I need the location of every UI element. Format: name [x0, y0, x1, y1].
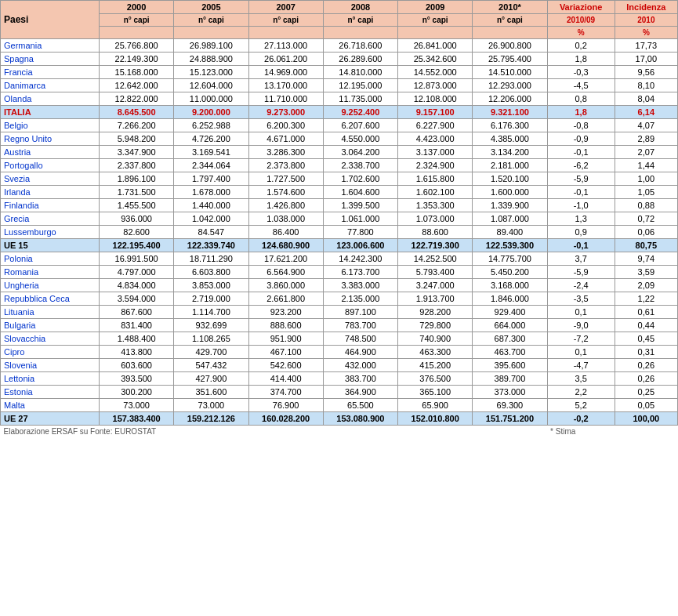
subheader-pct-2008: [323, 27, 397, 39]
val-incidenza: 8,10: [615, 79, 677, 92]
table-row: Danimarca 12.642.000 12.604.000 13.170.0…: [1, 79, 678, 92]
val-2009: 3.137.000: [398, 146, 473, 159]
val-2007: 124.680.900: [248, 239, 323, 252]
val-incidenza: 9,74: [615, 252, 677, 266]
table-row: Belgio 7.266.200 6.252.988 6.200.300 6.2…: [1, 119, 678, 132]
val-2008: 4.550.000: [323, 132, 397, 146]
val-2000: 82.600: [99, 226, 173, 239]
country-name: Grecia: [1, 212, 100, 226]
val-2010: 12.293.000: [473, 79, 547, 92]
val-2008: 897.100: [323, 306, 397, 319]
val-2005: 547.432: [174, 359, 248, 372]
val-incidenza: 1,00: [615, 172, 677, 186]
val-2000: 157.383.400: [99, 412, 173, 426]
val-2007: 3.860.000: [248, 279, 323, 292]
val-2005: 1.042.000: [174, 212, 248, 226]
val-2005: 6.252.988: [174, 119, 248, 132]
header-2007: 2007: [248, 1, 323, 14]
val-2008: 1.702.600: [323, 172, 397, 186]
table-row: Spagna 22.149.300 24.888.900 26.061.200 …: [1, 53, 678, 66]
val-2009: 2.324.900: [398, 159, 473, 172]
val-2009: 729.800: [398, 319, 473, 332]
val-2009: 12.108.000: [398, 92, 473, 106]
val-2005: 427.900: [174, 372, 248, 386]
val-2009: 6.227.900: [398, 119, 473, 132]
val-2010: 89.400: [473, 226, 547, 239]
country-name: Austria: [1, 146, 100, 159]
val-2008: 26.289.600: [323, 53, 397, 66]
val-2010: 1.846.000: [473, 292, 547, 306]
val-2000: 1.455.500: [99, 199, 173, 212]
val-variazione: -0,1: [547, 239, 615, 252]
val-2009: 415.200: [398, 359, 473, 372]
table-row: Polonia 16.991.500 18.711.290 17.621.200…: [1, 252, 678, 266]
val-2008: 153.080.900: [323, 412, 397, 426]
val-2008: 3.383.000: [323, 279, 397, 292]
val-2000: 73.000: [99, 399, 173, 412]
val-2005: 1.797.400: [174, 172, 248, 186]
country-name: Danimarca: [1, 79, 100, 92]
subheader-pct-2007: [248, 27, 323, 39]
val-incidenza: 2,07: [615, 146, 677, 159]
val-incidenza: 0,72: [615, 212, 677, 226]
val-2010: 687.300: [473, 332, 547, 346]
val-2010: 69.300: [473, 399, 547, 412]
val-2008: 748.500: [323, 332, 397, 346]
country-name: Polonia: [1, 252, 100, 266]
val-variazione: -3,5: [547, 292, 615, 306]
val-2008: 2.135.000: [323, 292, 397, 306]
val-2007: 923.200: [248, 306, 323, 319]
val-2010: 2.181.000: [473, 159, 547, 172]
val-incidenza: 2,89: [615, 132, 677, 146]
table-row: UE 15 122.195.400 122.339.740 124.680.90…: [1, 239, 678, 252]
val-2010: 929.400: [473, 306, 547, 319]
country-name: Estonia: [1, 386, 100, 399]
val-incidenza: 0,26: [615, 372, 677, 386]
val-incidenza: 9,56: [615, 66, 677, 79]
subheader-inc-sub: 2010: [615, 14, 677, 27]
val-2000: 831.400: [99, 319, 173, 332]
val-2000: 1.488.400: [99, 332, 173, 346]
val-2007: 888.600: [248, 319, 323, 332]
val-incidenza: 2,09: [615, 279, 677, 292]
val-variazione: -4,7: [547, 359, 615, 372]
val-incidenza: 1,05: [615, 186, 677, 199]
val-2000: 12.642.000: [99, 79, 173, 92]
val-2008: 26.718.600: [323, 39, 397, 53]
val-2000: 4.834.000: [99, 279, 173, 292]
val-2008: 464.900: [323, 346, 397, 359]
country-name: Olanda: [1, 92, 100, 106]
val-2010: 6.176.300: [473, 119, 547, 132]
val-2000: 25.766.800: [99, 39, 173, 53]
val-2000: 122.195.400: [99, 239, 173, 252]
val-2000: 1.896.100: [99, 172, 173, 186]
val-2007: 1.574.600: [248, 186, 323, 199]
val-2007: 9.273.000: [248, 106, 323, 119]
val-2000: 8.645.500: [99, 106, 173, 119]
val-variazione: -0,1: [547, 146, 615, 159]
table-row: Malta 73.000 73.000 76.900 65.500 65.900…: [1, 399, 678, 412]
val-variazione: -0,8: [547, 119, 615, 132]
val-2005: 932.699: [174, 319, 248, 332]
val-2008: 12.195.000: [323, 79, 397, 92]
val-2008: 9.252.400: [323, 106, 397, 119]
subheader-pct-2000: [99, 27, 173, 39]
country-name: Cipro: [1, 346, 100, 359]
country-name: Portogallo: [1, 159, 100, 172]
val-2007: 6.564.900: [248, 266, 323, 279]
table-row: Repubblica Ceca 3.594.000 2.719.000 2.66…: [1, 292, 678, 306]
country-name: Belgio: [1, 119, 100, 132]
val-2007: 2.373.800: [248, 159, 323, 172]
val-2009: 122.719.300: [398, 239, 473, 252]
val-2009: 1.913.700: [398, 292, 473, 306]
val-2000: 2.337.800: [99, 159, 173, 172]
val-2005: 159.212.126: [174, 412, 248, 426]
val-2009: 928.200: [398, 306, 473, 319]
val-incidenza: 0,44: [615, 319, 677, 332]
val-2007: 1.426.800: [248, 199, 323, 212]
val-2010: 14.775.700: [473, 252, 547, 266]
val-2007: 160.028.200: [248, 412, 323, 426]
val-incidenza: 8,04: [615, 92, 677, 106]
table-row: Irlanda 1.731.500 1.678.000 1.574.600 1.…: [1, 186, 678, 199]
val-2007: 542.600: [248, 359, 323, 372]
